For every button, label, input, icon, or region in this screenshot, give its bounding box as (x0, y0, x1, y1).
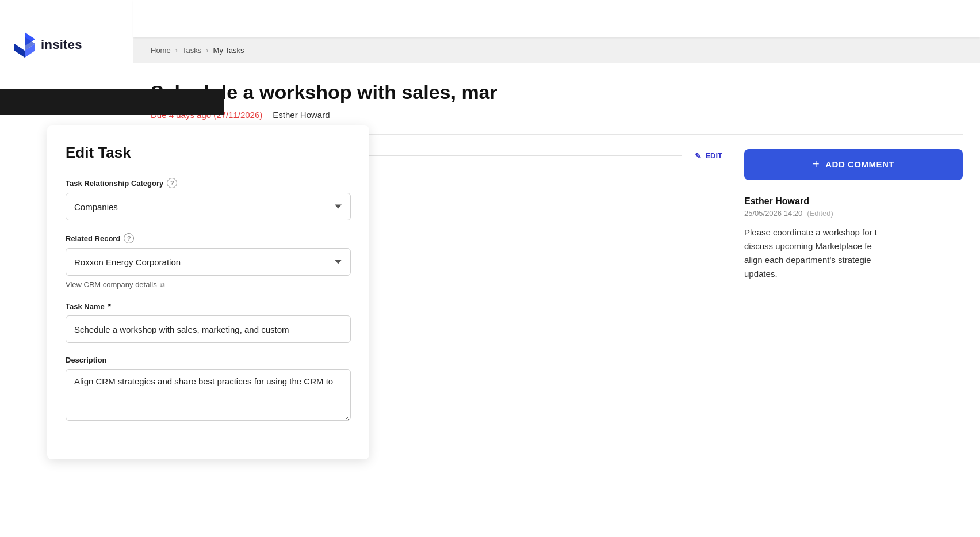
task-name-label: Task Name * (66, 302, 351, 311)
view-crm-link[interactable]: View CRM company details ⧉ (66, 280, 165, 289)
logo-area: insites (0, 0, 133, 89)
edit-btn-label: EDIT (705, 151, 722, 160)
related-record-select[interactable]: Roxxon Energy Corporation (66, 248, 351, 276)
task-assignee: Esther Howard (273, 110, 330, 120)
description-textarea[interactable]: Align CRM strategies and share best prac… (66, 369, 351, 421)
edit-task-panel: Edit Task Task Relationship Category ? C… (47, 125, 369, 459)
field-group-category: Task Relationship Category ? Companies C… (66, 178, 351, 220)
category-select-wrapper: Companies Contacts Deals Leads (66, 193, 351, 220)
field-group-related-record: Related Record ? Roxxon Energy Corporati… (66, 233, 351, 290)
comment-card: Esther Howard 25/05/2026 14:20 (Edited) … (744, 196, 963, 281)
header-bar (133, 0, 980, 37)
related-record-help-icon[interactable]: ? (124, 233, 134, 243)
breadcrumb-bar: Home › Tasks › My Tasks (133, 37, 980, 63)
add-comment-button[interactable]: + ADD COMMENT (744, 149, 963, 180)
sidebar-dark-bar (0, 89, 224, 115)
field-group-task-name: Task Name * (66, 302, 351, 343)
breadcrumb-sep-2: › (206, 46, 208, 55)
comment-author: Esther Howard (744, 196, 963, 207)
task-meta-row: Due 4 days ago (27/11/2026) Esther Howar… (151, 110, 963, 120)
plus-icon: + (813, 158, 820, 171)
category-help-icon[interactable]: ? (167, 178, 177, 188)
breadcrumb-sep-1: › (175, 46, 178, 55)
logo-text: insites (41, 37, 82, 52)
add-comment-label: ADD COMMENT (825, 159, 894, 169)
edit-task-title: Edit Task (66, 144, 351, 162)
task-name-input[interactable] (66, 315, 351, 343)
comment-meta: 25/05/2026 14:20 (Edited) (744, 209, 963, 218)
category-label: Task Relationship Category ? (66, 178, 351, 188)
external-link-icon: ⧉ (160, 281, 165, 289)
related-record-select-wrapper: Roxxon Energy Corporation (66, 248, 351, 276)
comment-text: Please coordinate a workshop for t discu… (744, 226, 963, 281)
task-title: Schedule a workshop with sales, mar (151, 81, 963, 104)
field-group-description: Description Align CRM strategies and sha… (66, 356, 351, 423)
comments-section: + ADD COMMENT Esther Howard 25/05/2026 1… (744, 149, 963, 519)
breadcrumb-current: My Tasks (213, 46, 244, 55)
breadcrumb-tasks[interactable]: Tasks (182, 46, 201, 55)
svg-marker-2 (14, 44, 25, 58)
edit-details-button[interactable]: ✎ EDIT (690, 149, 727, 163)
edit-icon: ✎ (695, 151, 702, 161)
logo-icon (14, 32, 35, 58)
related-record-label: Related Record ? (66, 233, 351, 243)
description-label: Description (66, 356, 351, 364)
comment-edited-label: (Edited) (807, 209, 833, 218)
comment-date: 25/05/2026 14:20 (744, 209, 802, 218)
breadcrumb-home[interactable]: Home (151, 46, 171, 55)
category-select[interactable]: Companies Contacts Deals Leads (66, 193, 351, 220)
